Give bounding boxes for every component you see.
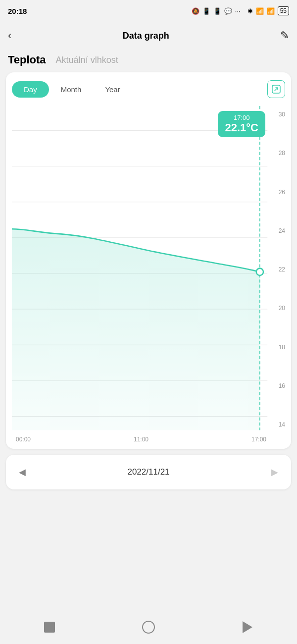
edit-button[interactable]: ✎ [280,29,289,42]
nav-back-button[interactable] [239,618,256,636]
square-icon [44,622,55,633]
y-axis-labels: 30 28 26 24 22 20 18 16 14 [271,106,285,443]
x-label-0000: 00:00 [16,436,31,443]
period-tab-month[interactable]: Month [49,81,94,98]
main-tabs: Teplota Aktuální vlhkost [0,50,297,72]
y-label-28: 28 [271,150,285,157]
date-next-button[interactable]: ▶ [266,465,283,480]
x-axis-labels: 00:00 11:00 17:00 [12,436,270,443]
y-label-24: 24 [271,227,285,234]
status-icons: 🔕 📱 📱 💬 ··· ✱ 📶 📶 55 [192,6,289,15]
bottom-nav [0,610,297,644]
mute-icon: 🔕 [192,7,199,15]
tab-teplota[interactable]: Teplota [8,54,46,66]
chart-area: 17:00 22.1°C [12,106,285,443]
nav-home-button[interactable] [140,618,157,636]
more-icon: ··· [235,7,241,15]
y-label-26: 26 [271,189,285,196]
y-label-16: 16 [271,382,285,389]
export-button[interactable] [267,80,285,98]
wifi-icon: 📶 [267,7,275,15]
signal-icon: 📶 [256,7,264,15]
period-tab-day[interactable]: Day [12,81,49,98]
date-nav-card: ◀ 2022/11/21 ▶ [6,455,291,489]
chart-svg[interactable] [12,106,285,443]
viber-icon: 📱 [213,7,221,15]
tooltip-time: 17:00 [225,114,258,121]
y-label-30: 30 [271,111,285,118]
date-value: 2022/11/21 [127,467,169,477]
chart-card: Day Month Year 17:00 22.1°C [6,72,291,449]
chart-tooltip: 17:00 22.1°C [218,111,265,137]
triangle-icon [243,621,252,633]
tooltip-value: 22.1°C [225,121,258,134]
svg-point-11 [256,268,263,275]
status-bar: 20:18 🔕 📱 📱 💬 ··· ✱ 📶 📶 55 [0,0,297,22]
page-title: Data graph [123,31,169,41]
period-tab-year[interactable]: Year [93,81,132,98]
y-label-22: 22 [271,266,285,273]
y-label-14: 14 [271,421,285,428]
nav-square-button[interactable] [41,618,58,636]
y-label-20: 20 [271,305,285,312]
status-time: 20:18 [8,7,27,15]
whatsapp-icon: 📱 [202,7,210,15]
x-label-1700: 17:00 [251,436,266,443]
messenger-icon: 💬 [224,7,232,15]
circle-icon [142,621,155,634]
x-label-1100: 11:00 [134,436,148,443]
y-label-18: 18 [271,344,285,351]
back-button[interactable]: ‹ [8,29,11,42]
bluetooth-icon: ✱ [248,7,253,15]
period-tabs: Day Month Year [12,80,285,98]
header: ‹ Data graph ✎ [0,22,297,50]
date-prev-button[interactable]: ◀ [14,465,31,480]
tab-vlhkost[interactable]: Aktuální vlhkost [56,55,118,65]
battery-icon: 55 [278,6,289,15]
